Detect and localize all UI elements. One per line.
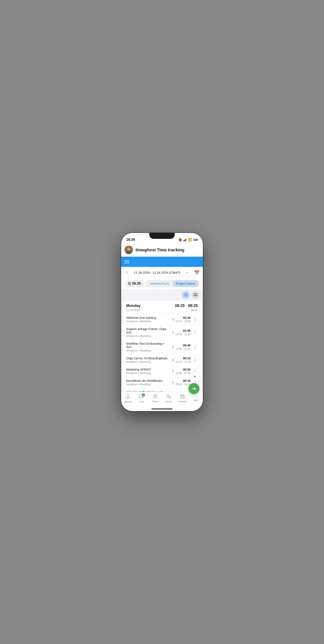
phone-icon — [167, 394, 171, 400]
nav-label-kalender: Kalender — [178, 400, 186, 403]
time-entry[interactable]: Orga Canva, On-BoardingMails timeghost M… — [123, 354, 201, 366]
billable-icon: $ — [172, 370, 174, 373]
blue-nav-bar — [121, 257, 203, 267]
signin-button[interactable]: ➜ — [188, 383, 199, 394]
compact-view-button[interactable] — [191, 291, 199, 299]
time-entry[interactable]: Workflow Test On-Boarding + Sch... timeg… — [123, 340, 201, 354]
chat-badge: 1 — [142, 393, 145, 397]
next-week-button[interactable]: › — [185, 270, 189, 276]
app-header: timeghost Time tracking — [121, 244, 203, 257]
week-navigator: ‹ 11.18.2024 - 11.24.2024 (CW47) › 📅 — [121, 267, 203, 278]
entry-range: 10:30 - 11:10 — [175, 348, 191, 350]
notch — [149, 233, 175, 239]
svg-rect-4 — [185, 293, 188, 294]
status-time: 16:34 — [126, 238, 135, 242]
billable-icon: $ — [172, 345, 174, 349]
working-hours-tab[interactable]: Working hours — [147, 280, 173, 287]
svg-rect-8 — [185, 296, 188, 296]
status-icons: 🔕 📶 100 — [178, 238, 198, 242]
entry-duration: 01:00 — [175, 329, 191, 332]
prev-week-button[interactable]: ‹ — [125, 270, 129, 276]
entry-title: Workflow Test On-Boarding + Sch... — [126, 342, 172, 349]
add-entry-button[interactable]: + — [190, 372, 199, 382]
svg-rect-7 — [184, 296, 185, 296]
nav-item-kalender[interactable]: Kalender — [175, 394, 189, 403]
entry-duration: 00:40 — [175, 344, 191, 347]
nav-item-anrufe[interactable]: Anrufe — [162, 394, 175, 403]
calendar-nav-icon — [180, 394, 185, 400]
entry-subtitle: timeghost Marketing — [126, 349, 172, 352]
nav-label-chat: Chat — [139, 400, 144, 403]
entry-title: Webseite time tracking — [126, 316, 172, 320]
status-bar: 16:34 🔕 📶 100 — [121, 233, 203, 244]
billable-icon: $ — [172, 381, 174, 384]
day-header: Monday 11.18.2024 08:25 08:25 00:00 — [123, 300, 201, 314]
bell-icon — [126, 394, 130, 400]
mehr-icon: ··· — [194, 396, 198, 399]
entry-duration: 00:10 — [175, 356, 191, 360]
nav-label-mehr: Mehr — [193, 399, 198, 402]
entry-subtitle: timeghost Marketing — [126, 360, 172, 363]
entry-subtitle: timeghost Marketing — [126, 334, 172, 338]
entry-subtitle: timeghost Marketing — [126, 372, 172, 374]
svg-rect-3 — [184, 293, 185, 294]
entry-title: Marketing SPRINT — [126, 368, 172, 371]
nav-label-teams: Teams — [152, 400, 158, 402]
phone-screen: 16:34 🔕 📶 100 — [121, 233, 203, 411]
entry-title: Support anfrage Framer, Orga, Sch... — [126, 327, 172, 334]
billable-icon: $ — [172, 318, 174, 321]
fab-container: + ➜ — [188, 372, 199, 394]
entry-duration: 00:20 — [175, 368, 191, 371]
time-entry[interactable]: Support anfrage Framer, Orga, Sch... tim… — [123, 325, 201, 340]
nav-item-aktivitat[interactable]: Aktivität — [121, 394, 135, 403]
time-entry[interactable]: Webseite time tracking timeghost Marketi… — [123, 314, 201, 325]
nav-item-teams[interactable]: Teams — [149, 394, 162, 402]
day-hours-top: 08:25 — [188, 304, 198, 308]
svg-point-12 — [154, 395, 155, 396]
nav-label-anrufe: Anrufe — [165, 400, 172, 403]
svg-point-13 — [155, 395, 157, 396]
project-hours-tab[interactable]: Project hours — [172, 280, 199, 287]
entry-title: Orga Canva, On-BoardingMails — [126, 356, 172, 360]
svg-rect-14 — [180, 395, 184, 398]
signin-icon: ➜ — [192, 386, 196, 392]
svg-point-11 — [128, 398, 128, 399]
total-time-badge: ☰ 08:25 — [125, 280, 144, 288]
entry-more-button[interactable]: ⋮ — [192, 329, 198, 336]
hamburger-menu[interactable] — [125, 260, 129, 263]
svg-rect-15 — [181, 397, 182, 398]
entry-range: 13:30 - 16:00 — [175, 320, 191, 323]
svg-rect-10 — [193, 295, 198, 296]
entry-subtitle: timeghost Marketing — [126, 383, 172, 386]
entry-range: 12:30 - 13:30 — [175, 333, 191, 336]
day-date: 11.18.2024 — [126, 308, 171, 312]
list-view-button[interactable] — [182, 291, 190, 299]
entry-title: Durchlesen der Richtlineien — [126, 379, 172, 382]
day-name: Monday — [126, 304, 171, 308]
calendar-button[interactable]: 📅 — [194, 270, 199, 275]
svg-point-1 — [127, 248, 130, 250]
mute-icon: 🔕 — [178, 238, 182, 242]
total-time-value: 08:25 — [132, 282, 141, 286]
entry-more-button[interactable]: ⋮ — [192, 344, 198, 350]
signal-icon — [183, 238, 187, 241]
add-icon: + — [193, 374, 196, 380]
day-hours-bottom: 00:00 — [188, 308, 198, 312]
nav-item-chat[interactable]: 1 Chat — [135, 394, 148, 403]
view-toggle-row — [121, 289, 203, 300]
avatar[interactable] — [125, 246, 133, 254]
nav-item-mehr[interactable]: ··· Mehr — [189, 396, 203, 402]
day-hours-center: 08:25 — [175, 304, 185, 308]
billable-icon: $ — [172, 331, 174, 334]
entry-duration: 02:30 — [175, 316, 191, 320]
svg-rect-9 — [193, 293, 198, 294]
wifi-icon: 📶 — [188, 238, 192, 242]
home-indicator — [121, 407, 203, 411]
entry-more-button[interactable]: ⋮ — [192, 357, 198, 363]
app-title: timeghost Time tracking — [136, 248, 184, 252]
week-range-label: 11.18.2024 - 11.24.2024 (CW47) — [134, 271, 180, 274]
entry-more-button[interactable]: ⋮ — [192, 316, 198, 323]
filter-icon: ☰ — [128, 282, 131, 286]
entry-subtitle: timeghost Marketing — [126, 320, 172, 323]
svg-rect-16 — [183, 397, 183, 398]
